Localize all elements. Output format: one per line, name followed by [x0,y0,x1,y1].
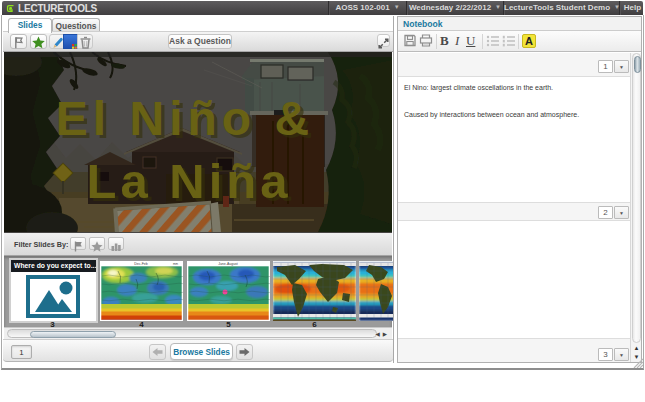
svg-text:mm: mm [173,262,178,266]
svg-text:Dec-Feb: Dec-Feb [134,262,147,266]
svg-text:La Niña: La Niña [87,154,292,208]
svg-text:June-August: June-August [218,262,238,266]
svg-text:El Niño &: El Niño & [56,92,314,145]
